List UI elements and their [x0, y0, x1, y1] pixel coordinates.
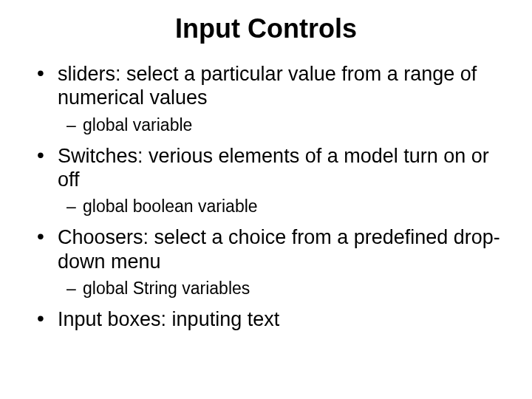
bullet-item: Switches: verious elements of a model tu…	[30, 144, 502, 192]
bullet-item: Choosers: select a choice from a predefi…	[30, 225, 502, 273]
sub-list: global boolean variable	[30, 196, 502, 218]
bullet-item: sliders: select a particular value from …	[30, 62, 502, 110]
bullet-item: Input boxes: inputing text	[30, 307, 502, 331]
sub-item: global String variables	[30, 278, 502, 300]
slide-title: Input Controls	[30, 13, 502, 44]
bullet-list: sliders: select a particular value from …	[30, 62, 502, 331]
sub-list: global variable	[30, 115, 502, 137]
sub-item: global boolean variable	[30, 196, 502, 218]
sub-list: global String variables	[30, 278, 502, 300]
sub-item: global variable	[30, 115, 502, 137]
